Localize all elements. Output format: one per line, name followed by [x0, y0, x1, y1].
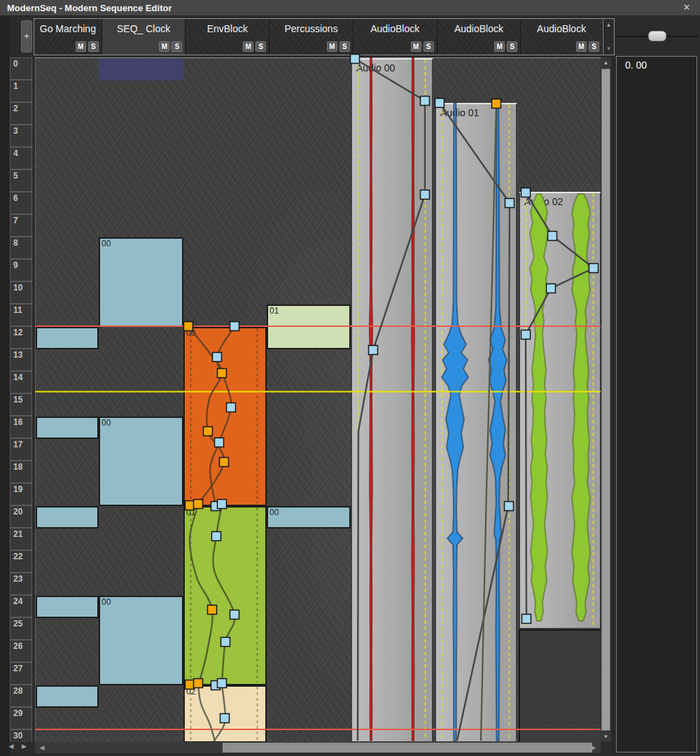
- pattern-block[interactable]: 00: [99, 237, 183, 327]
- vscroll-up-icon[interactable]: ▲: [601, 57, 611, 68]
- horizontal-scrollbar[interactable]: ◀ ▶: [35, 742, 601, 753]
- ruler-cell: 19: [10, 483, 32, 505]
- pattern-block[interactable]: [36, 416, 99, 439]
- block-label: 00: [270, 507, 279, 517]
- block-label: Audio 01: [440, 107, 479, 118]
- ruler-cell: 25: [10, 617, 32, 640]
- window-title: ModernSeq - Modern Sequence Editor: [7, 0, 172, 16]
- track-name: Percussions: [270, 23, 353, 34]
- hscroll-right-icon[interactable]: ▶: [588, 742, 599, 753]
- mute-button[interactable]: M: [243, 41, 253, 52]
- track-header[interactable]: PercussionsMS: [270, 19, 354, 55]
- scroll-down-icon[interactable]: ▼: [603, 46, 614, 52]
- ruler-cell: 24: [10, 595, 32, 617]
- track-header[interactable]: AudioBlockMS: [521, 19, 603, 55]
- solo-button[interactable]: S: [255, 41, 266, 52]
- add-track-button[interactable]: +: [21, 20, 32, 52]
- sequencer-grid[interactable]: 0000000100000102Audio 00Audio 01Audio 02: [35, 57, 601, 742]
- title-bar: ModernSeq - Modern Sequence Editor ✕: [0, 0, 700, 16]
- ruler-cell: 30: [10, 729, 32, 742]
- pattern-block[interactable]: [99, 59, 183, 80]
- scroll-up-icon[interactable]: ▲: [603, 22, 614, 28]
- close-icon[interactable]: ✕: [680, 1, 693, 14]
- pattern-block[interactable]: 01: [183, 506, 267, 685]
- vscroll-thumb[interactable]: [601, 69, 610, 731]
- solo-button[interactable]: S: [589, 41, 599, 52]
- mute-button[interactable]: M: [327, 41, 337, 52]
- ruler-cell: 5: [10, 169, 32, 192]
- ruler-cell: 29: [10, 707, 32, 729]
- empty-region: [519, 629, 601, 742]
- audio-clip[interactable]: Audio 02: [519, 192, 601, 629]
- ruler-cell: 13: [10, 349, 32, 371]
- ruler-cell: 10: [10, 281, 32, 304]
- ruler-cell: 20: [10, 505, 32, 528]
- slider-thumb[interactable]: [648, 31, 666, 41]
- ruler-cell: 14: [10, 371, 32, 393]
- ruler-left-icon[interactable]: ◀: [6, 743, 17, 750]
- pattern-block[interactable]: [36, 596, 99, 618]
- ruler-cell: 4: [10, 147, 32, 169]
- block-label: Audio 00: [356, 62, 395, 74]
- hscroll-left-icon[interactable]: ◀: [36, 742, 48, 753]
- solo-button[interactable]: S: [88, 41, 99, 52]
- audio-clip[interactable]: Audio 00: [351, 58, 433, 742]
- block-label: 00: [186, 328, 195, 338]
- ruler-cell: 23: [10, 573, 32, 595]
- vscroll-down-icon[interactable]: ▼: [601, 732, 611, 742]
- pattern-block[interactable]: [36, 327, 99, 349]
- block-label: 00: [102, 418, 111, 428]
- ruler-right-icon[interactable]: ▶: [19, 743, 30, 750]
- mute-button[interactable]: M: [411, 41, 421, 52]
- track-scrollbar[interactable]: ▲ ▼: [603, 18, 615, 55]
- ruler-cell: 3: [10, 125, 32, 147]
- ruler-cell: 18: [10, 461, 32, 483]
- ruler-cell: 27: [10, 662, 32, 685]
- pattern-block[interactable]: [36, 685, 99, 708]
- track-header[interactable]: Go MarchingMS: [34, 19, 102, 55]
- ruler-cell: 7: [10, 214, 32, 237]
- value-box: 0. 00: [616, 56, 697, 752]
- pattern-block[interactable]: 00: [183, 327, 267, 506]
- ruler-cell: 15: [10, 393, 32, 416]
- mute-button[interactable]: M: [76, 41, 86, 52]
- track-header[interactable]: EnvBlockMS: [186, 19, 270, 55]
- solo-button[interactable]: S: [507, 41, 517, 52]
- pattern-block[interactable]: [36, 506, 99, 528]
- ruler-scroll-arrows[interactable]: ◀ ▶: [6, 743, 34, 752]
- solo-button[interactable]: S: [340, 41, 350, 52]
- ruler-cell: 21: [10, 528, 32, 550]
- value-panel: 0. 00: [611, 56, 700, 756]
- position-readout: 0. 00: [625, 59, 647, 71]
- mute-button[interactable]: M: [494, 41, 505, 52]
- mute-button[interactable]: M: [159, 41, 169, 52]
- ruler-cell: 12: [10, 326, 32, 349]
- block-label: Audio 02: [524, 196, 563, 207]
- left-gutter: [0, 16, 10, 756]
- zoom-slider[interactable]: [616, 27, 698, 46]
- track-header[interactable]: AudioBlockMS: [438, 19, 522, 55]
- block-label: 00: [102, 597, 111, 607]
- pattern-block[interactable]: 01: [267, 304, 351, 349]
- audio-clip[interactable]: Audio 01: [435, 103, 517, 742]
- block-label: 01: [186, 507, 195, 517]
- pattern-block[interactable]: 02: [183, 685, 267, 742]
- block-label: 02: [186, 687, 195, 696]
- solo-button[interactable]: S: [424, 41, 434, 52]
- solo-button[interactable]: S: [172, 41, 182, 52]
- ruler-cell: 0: [10, 57, 32, 80]
- app-window: ModernSeq - Modern Sequence Editor ✕ + G…: [0, 0, 700, 756]
- track-header[interactable]: AudioBlockMS: [354, 19, 438, 55]
- track-header[interactable]: SEQ_ ClockMS: [102, 19, 186, 55]
- track-headers: Go MarchingMSSEQ_ ClockMSEnvBlockMSPercu…: [34, 18, 603, 55]
- track-name: AudioBlock: [438, 23, 521, 34]
- mute-button[interactable]: M: [576, 41, 587, 52]
- ruler-cell: 2: [10, 102, 32, 125]
- pattern-block[interactable]: 00: [99, 596, 183, 685]
- pattern-block[interactable]: 00: [267, 506, 351, 528]
- hscroll-thumb[interactable]: [223, 743, 592, 752]
- pattern-block[interactable]: 00: [99, 416, 183, 506]
- ruler-cell: 11: [10, 304, 32, 326]
- track-name: AudioBlock: [354, 23, 437, 34]
- vertical-scrollbar[interactable]: ▲ ▼: [601, 57, 611, 742]
